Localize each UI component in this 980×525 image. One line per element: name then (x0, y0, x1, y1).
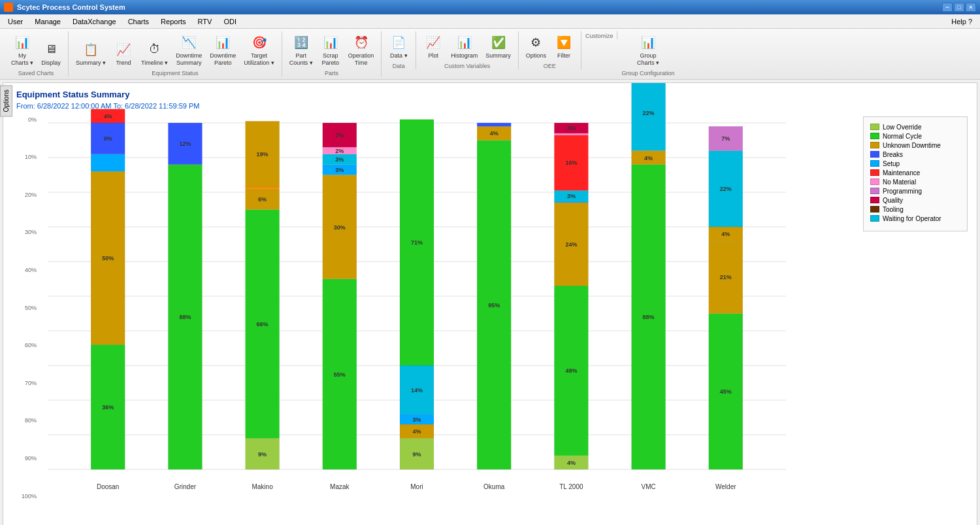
legend-label: Maintenance (883, 169, 920, 177)
window-controls[interactable]: − □ × (942, 3, 976, 12)
svg-text:3%: 3% (567, 192, 576, 199)
display-icon: 🖥 (42, 41, 60, 59)
plot-icon: 📈 (424, 33, 442, 52)
menu-odi[interactable]: ODI (218, 16, 242, 27)
btn-data-label: Data ▾ (390, 52, 408, 59)
svg-text:22%: 22% (643, 109, 655, 116)
svg-text:88%: 88% (643, 314, 655, 320)
svg-text:2%: 2% (335, 147, 344, 154)
y-label-60: 60% (16, 342, 39, 348)
group-label-equipment-status: Equipment Status (152, 70, 198, 76)
legend-color (870, 151, 879, 158)
svg-text:22%: 22% (720, 186, 732, 192)
legend-item: Maintenance (870, 169, 960, 177)
btn-scrap-pareto-label: ScrapPareto (322, 52, 340, 67)
btn-plot[interactable]: 📈 Plot (420, 31, 446, 61)
svg-text:7%: 7% (721, 135, 730, 142)
histogram-icon: 📊 (455, 33, 474, 52)
legend-color (870, 160, 879, 167)
y-axis: 100% 90% 80% 70% 60% 50% 40% 30% 20% 10%… (16, 116, 39, 500)
btn-operation-time[interactable]: ⏰ OperationTime (345, 31, 378, 69)
options-icon: ⚙ (527, 33, 545, 52)
menu-reports[interactable]: Reports (155, 16, 191, 27)
toolbar-group-saved-charts: 📊 MyCharts ▾ 🖥 Display Saved Charts (4, 31, 69, 76)
legend-color (870, 215, 879, 222)
legend-color (870, 206, 879, 212)
close-button[interactable]: × (966, 3, 976, 12)
svg-text:4%: 4% (490, 130, 498, 137)
svg-text:4%: 4% (567, 459, 576, 466)
svg-text:Grinder: Grinder (174, 483, 197, 490)
svg-text:50%: 50% (102, 255, 114, 262)
svg-text:95%: 95% (488, 301, 500, 308)
svg-text:12%: 12% (179, 141, 191, 147)
btn-downtime-summary-label: DowntimeSummary (176, 52, 202, 67)
btn-filter[interactable]: 🔽 Filter (551, 31, 577, 61)
btn-histogram-label: Histogram (451, 52, 478, 59)
legend-color (870, 142, 879, 148)
btn-downtime-summary[interactable]: 📉 DowntimeSummary (172, 31, 205, 69)
group-label-customize: Customize (585, 33, 613, 39)
legend-color (870, 178, 879, 185)
y-label-30: 30% (16, 229, 39, 235)
btn-display[interactable]: 🖥 Display (38, 39, 64, 69)
svg-text:45%: 45% (720, 388, 732, 395)
svg-text:14%: 14% (411, 386, 423, 393)
legend-color (870, 124, 879, 130)
btn-summary[interactable]: 📋 Summary ▾ (73, 39, 109, 69)
y-label-40: 40% (16, 267, 39, 273)
group-label-saved-charts: Saved Charts (18, 70, 54, 76)
btn-timeline[interactable]: ⏱ Timeline ▾ (138, 39, 171, 69)
part-counts-icon: 🔢 (292, 33, 310, 52)
btn-scrap-pareto[interactable]: 📊 ScrapPareto (318, 31, 344, 69)
toolbar-group-data: 📄 Data ▾ Data (382, 31, 416, 69)
y-label-0: 0% (16, 116, 39, 123)
maximize-button[interactable]: □ (954, 3, 964, 12)
btn-data[interactable]: 📄 Data ▾ (385, 31, 412, 61)
btn-my-charts-label: MyCharts ▾ (11, 52, 33, 67)
bars-section: 100% 90% 80% 70% 60% 50% 40% 30% 20% 10%… (16, 116, 857, 513)
menu-bar: User Manage DataXchange Charts Reports R… (0, 14, 980, 29)
group-label-oee: OEE (544, 63, 556, 69)
menu-manage[interactable]: Manage (29, 16, 66, 27)
menu-rtv[interactable]: RTV (193, 16, 218, 27)
svg-rect-64 (477, 123, 511, 126)
filter-icon: 🔽 (555, 33, 573, 52)
btn-my-charts[interactable]: 📊 MyCharts ▾ (8, 31, 37, 69)
legend-item: Programming (870, 188, 960, 195)
btn-cv-summary[interactable]: ✅ Summary (482, 31, 514, 61)
legend-label: Waiting for Operator (883, 215, 941, 222)
btn-histogram[interactable]: 📊 Histogram (448, 31, 481, 61)
menu-user[interactable]: User (3, 16, 28, 27)
menu-help[interactable]: Help ? (946, 16, 977, 27)
svg-text:88%: 88% (179, 314, 191, 320)
svg-text:49%: 49% (565, 367, 577, 374)
btn-options[interactable]: ⚙ Options (523, 31, 549, 61)
menu-dataxchange[interactable]: DataXchange (67, 16, 122, 27)
my-charts-icon: 📊 (13, 33, 31, 52)
svg-text:30%: 30% (334, 224, 346, 230)
btn-summary-label: Summary ▾ (76, 59, 106, 67)
toolbar-group-customize: Customize (581, 31, 618, 39)
svg-text:3%: 3% (335, 156, 344, 163)
btn-downtime-pareto[interactable]: 📊 DowntimePareto (206, 31, 239, 69)
btn-part-counts[interactable]: 🔢 PartCounts ▾ (286, 31, 316, 69)
downtime-summary-icon: 📉 (180, 33, 198, 52)
svg-text:Mazak: Mazak (330, 483, 350, 490)
btn-downtime-pareto-label: DowntimePareto (210, 52, 236, 67)
options-tab[interactable]: Options (0, 85, 12, 116)
main-content: Equipment Status Summary From: 6/28/2022… (3, 82, 977, 525)
btn-target-utilization[interactable]: 🎯 TargetUtilization ▾ (240, 31, 278, 69)
scrap-pareto-icon: 📊 (321, 33, 340, 52)
legend-color (870, 169, 879, 176)
toolbar-group-equipment-status: 📋 Summary ▾ 📈 Trend ⏱ Timeline ▾ 📉 Downt… (69, 31, 282, 76)
btn-trend[interactable]: 📈 Trend (110, 39, 137, 69)
svg-rect-32 (246, 187, 280, 189)
svg-text:VMC: VMC (641, 483, 655, 490)
btn-group-charts[interactable]: 📊 GroupCharts ▾ (634, 31, 662, 69)
svg-text:3%: 3% (412, 416, 421, 422)
y-label-100: 100% (16, 493, 39, 500)
menu-charts[interactable]: Charts (123, 16, 154, 27)
minimize-button[interactable]: − (942, 3, 953, 12)
summary-icon: 📋 (82, 41, 100, 59)
